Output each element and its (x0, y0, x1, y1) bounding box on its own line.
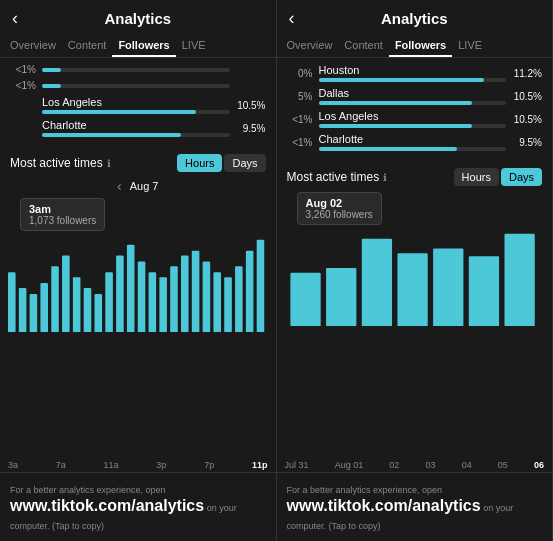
left-tooltip-container: 3am 1,073 followers (0, 196, 276, 233)
svg-rect-25 (326, 268, 356, 326)
svg-rect-22 (246, 251, 254, 333)
left-panel: ‹ Analytics Overview Content Followers L… (0, 0, 277, 541)
right-bar-chart (277, 227, 553, 458)
right-back-arrow[interactable]: ‹ (289, 8, 295, 29)
right-header: ‹ Analytics (277, 0, 553, 33)
right-footer-text: For a better analytics experience, open (287, 485, 443, 495)
list-item: <1% (10, 64, 266, 75)
right-dallas-name: Dallas (319, 87, 507, 99)
x-label-7a: 7a (56, 460, 66, 470)
left-tab-followers[interactable]: Followers (112, 33, 175, 57)
right-tab-followers[interactable]: Followers (389, 33, 452, 57)
right-losangeles-info: Los Angeles (319, 110, 507, 128)
svg-rect-27 (397, 253, 427, 326)
svg-rect-11 (127, 245, 135, 333)
svg-rect-5 (62, 256, 70, 333)
right-charlotte-name: Charlotte (319, 133, 507, 145)
left-tab-live[interactable]: LIVE (176, 33, 212, 57)
right-title: Analytics (381, 10, 448, 27)
x-label-3p: 3p (156, 460, 166, 470)
svg-rect-19 (213, 272, 221, 332)
right-dallas-pct-right: 10.5% (512, 91, 542, 102)
svg-rect-1 (19, 288, 27, 332)
left-los-angeles-name: Los Angeles (42, 96, 230, 108)
svg-rect-20 (224, 277, 232, 332)
right-tooltip: Aug 02 3,260 followers (297, 192, 382, 225)
right-tab-content[interactable]: Content (338, 33, 389, 57)
x-label-11a: 11a (104, 460, 119, 470)
left-charlotte-info: Charlotte (42, 119, 230, 137)
left-chart-prev[interactable]: ‹ (117, 178, 122, 194)
right-dallas-pct-left: 5% (287, 91, 313, 102)
left-los-angeles-info: Los Angeles (42, 96, 230, 114)
left-tab-content[interactable]: Content (62, 33, 113, 57)
svg-rect-4 (51, 266, 59, 332)
left-footer: For a better analytics experience, open … (0, 472, 276, 541)
right-houston-name: Houston (319, 64, 507, 76)
list-item: <1% Charlotte 9.5% (287, 133, 543, 151)
right-tab-overview[interactable]: Overview (281, 33, 339, 57)
left-loc1-pct-left: <1% (10, 80, 36, 91)
left-nav-tabs: Overview Content Followers LIVE (0, 33, 276, 58)
left-tooltip-title: 3am (29, 203, 96, 215)
left-tooltip: 3am 1,073 followers (20, 198, 105, 231)
svg-rect-24 (290, 273, 320, 327)
right-x-label-4: 04 (462, 460, 472, 470)
left-back-arrow[interactable]: ‹ (12, 8, 18, 29)
left-loc0-pct-left: <1% (10, 64, 36, 75)
svg-rect-14 (159, 277, 167, 332)
right-x-label-1: Aug 01 (335, 460, 364, 470)
right-info-icon[interactable]: ℹ (383, 172, 387, 183)
left-section-title-row: Most active times ℹ (10, 156, 111, 170)
list-item: 5% Dallas 10.5% (287, 87, 543, 105)
svg-rect-8 (95, 294, 103, 332)
right-x-label-3: 03 (426, 460, 436, 470)
right-houston-pct-right: 11.2% (512, 68, 542, 79)
right-charlotte-info: Charlotte (319, 133, 507, 151)
list-item: Los Angeles 10.5% (10, 96, 266, 114)
right-x-label-0: Jul 31 (285, 460, 309, 470)
svg-rect-13 (149, 272, 157, 332)
left-los-angeles-pct-right: 10.5% (236, 100, 266, 111)
right-nav-tabs: Overview Content Followers LIVE (277, 33, 553, 58)
right-losangeles-pct-right: 10.5% (512, 114, 542, 125)
right-tab-live[interactable]: LIVE (452, 33, 488, 57)
right-toggle-hours[interactable]: Hours (454, 168, 499, 186)
right-section-title: Most active times (287, 170, 380, 184)
right-footer-link[interactable]: www.tiktok.com/analytics (287, 497, 481, 514)
svg-rect-18 (203, 261, 211, 332)
svg-rect-2 (30, 294, 38, 332)
svg-rect-12 (138, 261, 146, 332)
list-item: <1% (10, 80, 266, 91)
right-houston-info: Houston (319, 64, 507, 82)
left-chart-nav: ‹ Aug 7 (0, 176, 276, 196)
left-toggle-days[interactable]: Days (224, 154, 265, 172)
right-chart-svg (285, 229, 545, 326)
svg-rect-23 (257, 240, 265, 332)
left-location-list: <1% <1% Los Angeles 10.5% Charlotte (0, 58, 276, 146)
left-header: ‹ Analytics (0, 0, 276, 33)
left-info-icon[interactable]: ℹ (107, 158, 111, 169)
right-houston-pct-left: 0% (287, 68, 313, 79)
right-dallas-info: Dallas (319, 87, 507, 105)
left-chart-date: Aug 7 (130, 180, 159, 192)
right-losangeles-pct-left: <1% (287, 114, 313, 125)
svg-rect-28 (433, 248, 463, 326)
svg-rect-3 (40, 283, 48, 332)
left-charlotte-name: Charlotte (42, 119, 230, 131)
list-item: 0% Houston 11.2% (287, 64, 543, 82)
left-toggle-btns: Hours Days (177, 154, 265, 172)
left-toggle-hours[interactable]: Hours (177, 154, 222, 172)
svg-rect-16 (181, 256, 189, 333)
left-footer-link[interactable]: www.tiktok.com/analytics (10, 497, 204, 514)
left-loc0-info (42, 68, 230, 72)
right-toggle-days[interactable]: Days (501, 168, 542, 186)
left-section-header: Most active times ℹ Hours Days (0, 146, 276, 176)
left-tab-overview[interactable]: Overview (4, 33, 62, 57)
svg-rect-6 (73, 277, 81, 332)
x-label-11p: 11p (252, 460, 268, 470)
right-tooltip-container: Aug 02 3,260 followers (277, 190, 553, 227)
right-x-label-2: 02 (389, 460, 399, 470)
right-x-label-5: 05 (498, 460, 508, 470)
right-losangeles-name: Los Angeles (319, 110, 507, 122)
